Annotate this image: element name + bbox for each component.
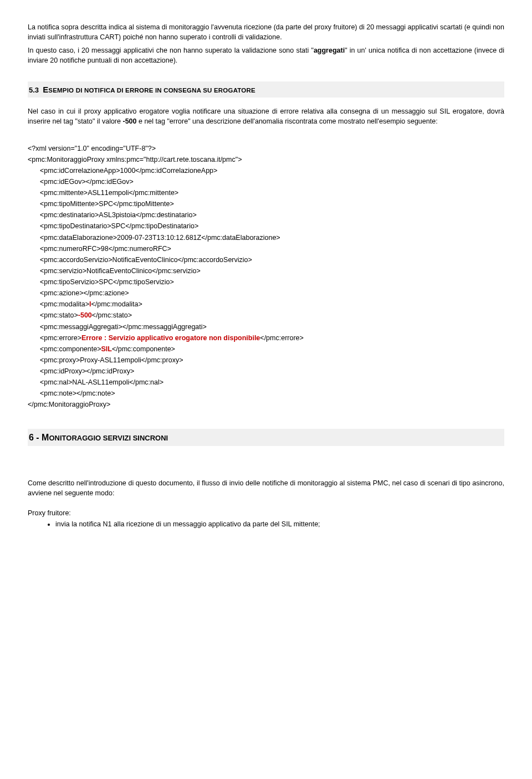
xml-line: <pmc:servizio>NotificaEventoClinico</pmc… — [28, 266, 504, 276]
proxy-fruitore-label: Proxy fruitore: — [28, 508, 504, 518]
xml-line: <pmc:messaggiAggregati></pmc:messaggiAgg… — [28, 322, 504, 332]
intro-paragraph-2: In questo caso, i 20 messaggi applicativ… — [28, 45, 504, 65]
section-5-3-heading: 5.3 ESEMPIO DI NOTIFICA DI ERRORE IN CON… — [28, 81, 504, 98]
xml-line: <pmc:componente>SIL</pmc:componente> — [28, 344, 504, 354]
xml-line: <pmc:mittente>ASL11empoli</pmc:mittente> — [28, 188, 504, 198]
xml-line: </pmc:MonitoraggioProxy> — [28, 399, 504, 409]
xml-line: <?xml version="1.0" encoding="UTF-8"?> — [28, 144, 504, 153]
section-5-3-intro: Nel caso in cui il proxy applicativo ero… — [28, 106, 504, 126]
xml-line: <pmc:proxy>Proxy-ASL11empoli</pmc:proxy> — [28, 355, 504, 365]
xml-line: <pmc:destinatario>ASL3pistoia</pmc:desti… — [28, 210, 504, 220]
xml-line: <pmc:stato>-500</pmc:stato> — [28, 310, 504, 320]
xml-line: <pmc:note></pmc:note> — [28, 388, 504, 398]
proxy-fruitore-list: invia la notifica N1 alla ricezione di u… — [55, 519, 504, 529]
xml-line: <pmc:azione></pmc:azione> — [28, 288, 504, 298]
section-6-heading: 6 - MONITORAGGIO SERVIZI SINCRONI — [28, 429, 504, 446]
xml-line: <pmc:idEGov></pmc:idEGov> — [28, 177, 504, 187]
section-6-intro: Come descritto nell'introduzione di ques… — [28, 478, 504, 498]
xml-line: <pmc:numeroRFC>98</pmc:numeroRFC> — [28, 244, 504, 254]
xml-line: <pmc:nal>NAL-ASL11empoli</pmc:nal> — [28, 377, 504, 387]
xml-line: <pmc:modalita>I</pmc:modalita> — [28, 299, 504, 309]
xml-line: <pmc:errore>Errore : Servizio applicativ… — [28, 333, 504, 343]
xml-line: <pmc:MonitoraggioProxy xmlns:pmc="http:/… — [28, 155, 504, 165]
list-item: invia la notifica N1 alla ricezione di u… — [55, 519, 504, 529]
xml-line: <pmc:idProxy></pmc:idProxy> — [28, 366, 504, 376]
xml-line: <pmc:accordoServizio>NotificaEventoClini… — [28, 255, 504, 265]
xml-line: <pmc:tipoMittente>SPC</pmc:tipoMittente> — [28, 199, 504, 209]
xml-line: <pmc:tipoServizio>SPC</pmc:tipoServizio> — [28, 277, 504, 287]
xml-example-block: <?xml version="1.0" encoding="UTF-8"?> <… — [28, 144, 504, 410]
intro-paragraph-1: La notifica sopra descritta indica al si… — [28, 22, 504, 42]
xml-line: <pmc:dataElaborazione>2009-07-23T13:10:1… — [28, 233, 504, 243]
xml-line: <pmc:idCorrelazioneApp>1000</pmc:idCorre… — [28, 166, 504, 176]
xml-line: <pmc:tipoDestinatario>SPC</pmc:tipoDesti… — [28, 221, 504, 231]
